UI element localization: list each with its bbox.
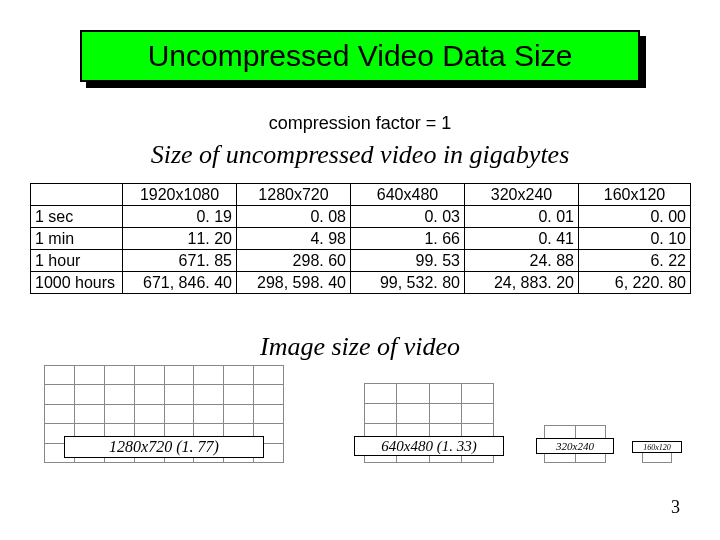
grid-label-1280x720: 1280x720 (1. 77) [64, 436, 264, 458]
table-row: 1 hour671. 85298. 6099. 5324. 886. 22 [31, 250, 691, 272]
cell-value: 1. 66 [351, 228, 465, 250]
cell-value: 4. 98 [237, 228, 351, 250]
cell-value: 298, 598. 40 [237, 272, 351, 294]
page-title: Uncompressed Video Data Size [148, 39, 573, 73]
grid-label-640x480: 640x480 (1. 33) [354, 436, 504, 456]
row-label: 1 sec [31, 206, 123, 228]
grid-label-320x240: 320x240 [536, 438, 614, 454]
cell-value: 0. 41 [465, 228, 579, 250]
cell-value: 6, 220. 80 [579, 272, 691, 294]
cell-value: 24, 883. 20 [465, 272, 579, 294]
cell-value: 671. 85 [123, 250, 237, 272]
cell-value: 0. 01 [465, 206, 579, 228]
data-table-container: 1920x1080 1280x720 640x480 320x240 160x1… [30, 183, 690, 294]
row-label: 1 min [31, 228, 123, 250]
cell-value: 24. 88 [465, 250, 579, 272]
image-size-title: Image size of video [0, 332, 720, 362]
page-number: 3 [671, 497, 680, 518]
cell-value: 0. 10 [579, 228, 691, 250]
cell-value: 99. 53 [351, 250, 465, 272]
table-row: 1 sec0. 190. 080. 030. 010. 00 [31, 206, 691, 228]
col-header: 320x240 [465, 184, 579, 206]
grid-label-160x120: 160x120 [632, 441, 682, 453]
col-header: 1920x1080 [123, 184, 237, 206]
cell-value: 671, 846. 40 [123, 272, 237, 294]
row-label: 1000 hours [31, 272, 123, 294]
table-header-row: 1920x1080 1280x720 640x480 320x240 160x1… [31, 184, 691, 206]
cell-value: 99, 532. 80 [351, 272, 465, 294]
cell-value: 0. 08 [237, 206, 351, 228]
cell-value: 298. 60 [237, 250, 351, 272]
title-banner: Uncompressed Video Data Size [80, 30, 640, 82]
row-label: 1 hour [31, 250, 123, 272]
title-box: Uncompressed Video Data Size [80, 30, 640, 82]
col-header: 640x480 [351, 184, 465, 206]
table-subtitle: Size of uncompressed video in gigabytes [0, 140, 720, 170]
cell-value: 0. 19 [123, 206, 237, 228]
cell-value: 11. 20 [123, 228, 237, 250]
cell-value: 6. 22 [579, 250, 691, 272]
image-size-diagram: 1280x720 (1. 77) 640x480 (1. 33) 320x240… [44, 368, 684, 478]
table-row: 1 min11. 204. 981. 660. 410. 10 [31, 228, 691, 250]
cell-value: 0. 00 [579, 206, 691, 228]
table-row: 1000 hours671, 846. 40298, 598. 4099, 53… [31, 272, 691, 294]
col-header [31, 184, 123, 206]
cell-value: 0. 03 [351, 206, 465, 228]
data-table: 1920x1080 1280x720 640x480 320x240 160x1… [30, 183, 691, 294]
compression-factor-text: compression factor = 1 [0, 113, 720, 134]
col-header: 160x120 [579, 184, 691, 206]
col-header: 1280x720 [237, 184, 351, 206]
